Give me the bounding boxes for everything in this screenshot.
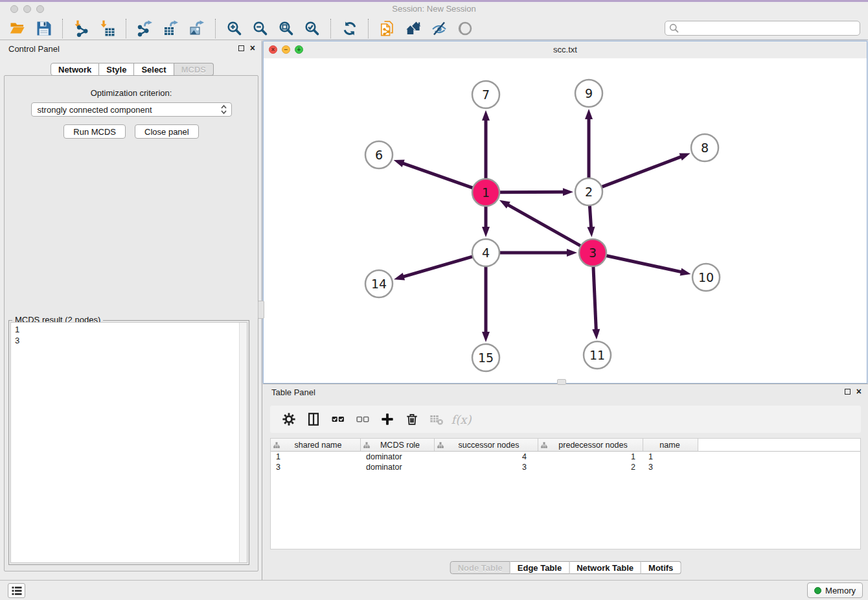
close-panel-button[interactable]: Close panel [135,124,199,139]
graph-edge-4-14[interactable] [402,257,473,277]
toolbar-import-network-button[interactable] [70,18,93,39]
toolbar-import-table-button[interactable] [96,18,119,39]
table-toolbar-columns-button[interactable] [303,408,325,430]
optimization-criterion-label: Optimization criterion: [5,88,258,98]
float-icon[interactable] [238,45,244,51]
table-toolbar-check-off-button[interactable] [352,408,374,430]
search-input[interactable] [681,23,856,34]
graph-edge-arrow [679,154,690,161]
column-label: predecessor nodes [547,441,643,450]
columns-icon [306,411,321,427]
search-box[interactable] [665,21,860,36]
tab-style[interactable]: Style [99,63,134,76]
houses-icon [405,20,422,37]
graph-edge-3-10[interactable] [606,255,683,272]
toolbar-hide-panel-button[interactable] [428,18,451,39]
table-toolbar-trash-button[interactable] [401,408,423,430]
doc-network-icon [379,20,396,37]
zoom-selected-icon [304,20,321,37]
graph-edge-arrow [482,332,490,342]
table-toolbar-gear-button[interactable] [278,408,300,430]
graph-edge-arrow [394,273,405,281]
result-scrollbar[interactable] [239,323,247,562]
column-header-name[interactable]: name [643,439,698,451]
toolbar-save-button[interactable] [32,18,56,39]
export-table-icon [163,20,179,37]
graph-edge-3-11[interactable] [593,266,596,331]
search-icon [669,23,679,33]
tab-mcds[interactable]: MCDS [174,63,214,76]
run-mcds-button[interactable]: Run MCDS [63,124,126,139]
cell-name[interactable]: 3 [643,463,698,472]
cell-predecessor-nodes[interactable]: 1 [538,452,643,461]
toolbar-export-table-button[interactable] [159,18,183,39]
float-icon[interactable] [845,389,851,395]
cell-mcds-role[interactable]: dominator [361,452,435,461]
mcds-result-node: 3 [15,335,247,346]
graph-node-label: 7 [482,87,490,102]
graph-edge-1-2[interactable] [499,192,565,192]
close-icon[interactable]: × [250,44,255,52]
toolbar-zoom-fit-button[interactable] [275,18,298,39]
tab-select[interactable]: Select [134,63,174,76]
toolbar-export-image-button[interactable] [185,18,209,39]
column-header-mcds-role[interactable]: MCDS role [361,439,435,451]
memory-button[interactable]: Memory [807,583,863,598]
graph-node-label: 2 [585,185,593,199]
panel-splitter-handle[interactable] [258,301,264,319]
column-label: shared name [280,441,360,450]
cell-shared-name[interactable]: 3 [271,463,361,472]
tab-motifs[interactable]: Motifs [641,561,681,574]
graph-edge-3-1[interactable] [507,204,580,246]
toolbar-export-network-button[interactable] [133,18,157,39]
zoom-fit-icon [278,20,295,37]
toolbar-separator [62,19,63,38]
chevron-up-down-icon [219,104,229,115]
cell-predecessor-nodes[interactable]: 2 [538,463,643,472]
control-panel-header: Control Panel × [0,41,262,58]
column-header-shared-name[interactable]: shared name [271,439,361,451]
cell-name[interactable]: 1 [643,452,698,461]
tab-network[interactable]: Network [51,63,99,76]
table-row[interactable]: 1dominator411 [271,452,860,462]
show-panels-button[interactable] [8,583,25,598]
toolbar-open-folder-button[interactable] [6,18,30,39]
network-splitter-handle[interactable] [557,379,566,385]
table-panel-title: Table Panel [271,387,315,397]
tab-edge-table[interactable]: Edge Table [510,561,569,574]
toolbar-zoom-selected-button[interactable] [301,18,324,39]
mcds-result-list[interactable]: 13 [10,322,247,563]
graph-edge-arrow [394,160,405,167]
column-header-predecessor-nodes[interactable]: predecessor nodes [538,439,643,451]
table-toolbar-check-on-button[interactable] [327,408,349,430]
toolbar-doc-network-button[interactable] [376,18,399,39]
memory-status-dot [814,587,821,594]
cell-shared-name[interactable]: 1 [271,452,361,461]
toolbar-zoom-in-button[interactable] [223,18,246,39]
graph-edge-2-3[interactable] [589,205,591,229]
table-panel: Table Panel × f(x) shared nameMCDS roles… [263,384,868,580]
toolbar-refresh-button[interactable] [338,18,361,39]
toolbar-zoom-out-button[interactable] [249,18,272,39]
cell-successor-nodes[interactable]: 4 [435,452,538,461]
check-off-icon [355,411,371,427]
toolbar-houses-button[interactable] [402,18,425,39]
table-toolbar-plus-button[interactable] [376,408,398,430]
cell-mcds-role[interactable]: dominator [361,463,435,472]
table-row[interactable]: 3dominator323 [271,462,860,472]
cell-successor-nodes[interactable]: 3 [435,463,538,472]
zoom-in-icon [226,20,243,37]
graph-edge-1-6[interactable] [402,163,473,188]
column-header-successor-nodes[interactable]: successor nodes [435,439,538,451]
selected-option: strongly connected component [38,105,219,115]
graph-edge-arrow [563,188,573,196]
tab-node-table[interactable]: Node Table [450,561,510,574]
fx-icon: f(x) [451,413,472,426]
optimization-criterion-select[interactable]: strongly connected component [31,102,232,117]
graph-edge-2-8[interactable] [602,156,683,187]
close-icon[interactable]: × [856,387,862,395]
toolbar-separator [368,19,369,38]
tab-network-table[interactable]: Network Table [569,561,641,574]
graph-edge-arrow [585,109,593,119]
network-canvas[interactable]: 7968124314101511 [264,58,867,383]
